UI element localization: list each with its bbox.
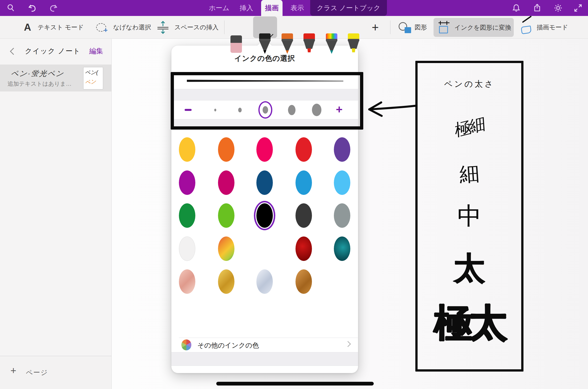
chevron-right-icon [345,341,351,347]
color-swatch-white[interactable] [179,236,195,261]
search-icon[interactable] [5,2,16,13]
text-mode-icon: A [24,22,31,33]
size-dot-2[interactable] [238,108,242,112]
tab-view[interactable]: 表示 [287,0,307,16]
size-decrease-button[interactable] [185,109,192,111]
pen-size-annotation-box: ペンの太さ 極細細中太極太 [415,61,523,372]
page-thumbnail: ペン( ペン [83,67,103,89]
home-indicator-ink-stroke [216,382,374,386]
color-swatch-red-lava[interactable] [295,236,312,261]
add-page-button[interactable]: + ページ [0,356,111,389]
insert-space-icon [157,21,168,34]
ink-color-popup: インクの色の選択 + その他のインクの色 [171,46,358,373]
color-swatch-gray[interactable] [334,203,350,228]
plus-icon: + [10,365,16,376]
color-swatch-yellow[interactable] [179,137,195,162]
color-swatch-raspberry[interactable] [218,170,234,195]
color-swatch-blue[interactable] [295,170,312,195]
color-swatch-lime[interactable] [218,203,234,228]
edit-button[interactable]: 編集 [89,46,103,56]
draw-mode-icon [521,21,534,34]
bell-icon[interactable] [511,2,522,13]
page-item-title: ペン·蛍光ペン [10,69,65,79]
color-swatch-dark-gray[interactable] [295,203,312,228]
redo-icon[interactable] [48,2,59,13]
color-swatch-orange[interactable] [218,137,234,162]
color-swatch-gold[interactable] [218,269,234,294]
draw-mode-button[interactable]: 描画モード [521,16,568,39]
color-swatch-silver[interactable] [256,269,273,294]
more-ink-colors-row[interactable]: その他のインクの色 [171,338,358,352]
color-swatch-copper[interactable] [295,269,312,294]
size-dot-3[interactable] [263,106,268,114]
undo-icon[interactable] [27,2,38,13]
shapes-icon [399,22,411,33]
popup-title: インクの色の選択 [171,54,358,64]
page-list-item[interactable]: ペン·蛍光ペン 追加テキストはありま… ペン( ペン [0,65,111,91]
tab-home[interactable]: ホーム [205,0,233,16]
insert-space-button[interactable]: スペースの挿入 [157,16,219,39]
onenote-app: ホーム 挿入 描画 表示 クラス ノートブック A テキスト モード [0,0,588,389]
add-pen-button[interactable]: + [372,16,379,39]
stroke-preview [187,78,343,83]
thickness-sample-3: 太 [418,247,521,290]
lasso-icon [96,23,106,32]
color-swatch-purple[interactable] [334,137,350,162]
shapes-button[interactable]: 図形 [399,16,427,39]
pen-size-box-title: ペンの太さ [418,78,521,90]
page-sidebar: クイック ノート 編集 ペン·蛍光ペン 追加テキストはありま… ペン( ペン +… [0,39,112,389]
lasso-select-button[interactable]: なげなわ選択 [96,16,151,39]
color-swatch-pink[interactable] [256,137,273,162]
color-wheel-icon [181,339,191,350]
top-bar: ホーム 挿入 描画 表示 クラス ノートブック [0,0,588,16]
thickness-sample-1: 細 [417,157,522,191]
size-dot-4[interactable] [288,105,295,115]
text-mode-button[interactable]: A テキスト モード [24,16,84,39]
thickness-sample-2: 中 [418,200,521,233]
size-dot-1[interactable] [214,109,216,111]
color-swatch-red[interactable] [295,137,312,162]
page-item-subtitle: 追加テキストはありま… [7,80,72,88]
ink-to-shape-icon [438,21,451,34]
size-increase-button[interactable]: + [336,103,343,116]
back-chevron-icon[interactable] [10,48,17,55]
thickness-sample-4: 極太 [418,298,521,349]
color-swatch-rose-gold[interactable] [179,269,195,294]
color-swatch-sky-blue[interactable] [334,170,350,195]
size-dot-5[interactable] [312,104,321,116]
share-icon[interactable] [532,2,543,13]
expand-icon[interactable] [573,2,584,13]
color-swatch-magenta[interactable] [179,170,195,195]
color-swatch-galaxy[interactable] [256,236,273,261]
color-swatch-black[interactable] [256,203,273,228]
notebook-title: クイック ノート [25,46,81,56]
tab-draw[interactable]: 描画 [261,0,283,16]
color-swatch-navy[interactable] [256,170,273,195]
ink-to-shape-button[interactable]: インクを図形に変換 [434,18,514,37]
thickness-sample-0: 極細 [418,103,520,151]
color-swatch-green[interactable] [179,203,195,228]
gear-icon[interactable] [553,2,564,13]
tab-insert[interactable]: 挿入 [236,0,257,16]
thickness-selector: + [171,101,358,119]
tab-class-notebook[interactable]: クラス ノートブック [310,0,387,16]
color-swatch-gold-glitter[interactable] [218,236,234,261]
color-swatch-ocean-teal[interactable] [334,236,350,261]
draw-toolbar: A テキスト モード なげなわ選択 スペースの挿入 + 図形 [0,16,588,39]
